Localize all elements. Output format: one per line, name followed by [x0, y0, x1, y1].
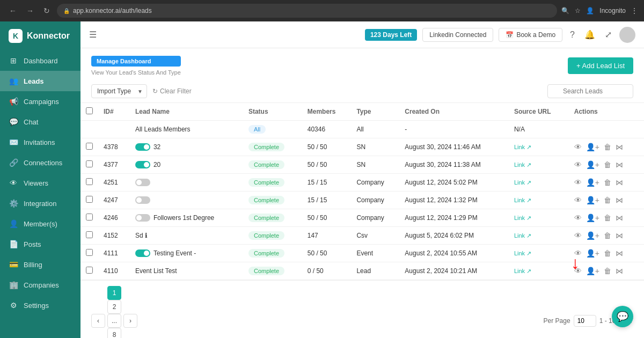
star-icon[interactable]: ☆: [575, 7, 581, 14]
sidebar-item-integration[interactable]: ⚙️Integration: [0, 193, 80, 214]
lead-toggle[interactable]: [135, 161, 150, 168]
delete-icon[interactable]: 🗑: [604, 214, 611, 222]
share-icon[interactable]: ⋈: [616, 231, 623, 240]
delete-icon[interactable]: 🗑: [604, 267, 611, 275]
lead-actions: 👁 👤+ 🗑 ⋈: [569, 245, 644, 262]
delete-icon[interactable]: 🗑: [604, 178, 611, 187]
per-page-select[interactable]: 10 25 50: [574, 315, 596, 327]
search-icon-browser[interactable]: 🔍: [561, 7, 569, 14]
source-link[interactable]: Link ↗: [514, 144, 531, 151]
view-icon[interactable]: 👁: [574, 196, 582, 204]
lead-actions: 👁 👤+ 🗑 ⋈: [569, 227, 644, 245]
sidebar-item-viewers[interactable]: 👁Viewers: [0, 173, 80, 193]
menu-icon[interactable]: ⋮: [631, 7, 638, 14]
add-lead-list-button[interactable]: + Add Lead List: [568, 57, 633, 74]
hamburger-icon[interactable]: ☰: [89, 30, 97, 40]
lead-toggle[interactable]: [135, 214, 150, 222]
add-member-icon[interactable]: 👤+: [586, 214, 599, 222]
delete-icon[interactable]: 🗑: [604, 160, 611, 169]
source-link[interactable]: Link ↗: [514, 232, 531, 239]
sidebar-item-campaigns[interactable]: 📢Campaigns: [0, 91, 80, 112]
source-link[interactable]: Link ↗: [514, 215, 531, 222]
lead-toggle[interactable]: [135, 196, 150, 204]
view-icon[interactable]: 👁: [574, 267, 582, 275]
share-icon[interactable]: ⋈: [616, 160, 623, 169]
linkedin-connected-button[interactable]: Linkedin Connected: [422, 28, 493, 42]
back-button[interactable]: ←: [6, 5, 19, 16]
view-icon[interactable]: 👁: [574, 160, 582, 169]
row-checkbox[interactable]: [86, 231, 93, 238]
share-icon[interactable]: ⋈: [616, 143, 623, 151]
row-checkbox[interactable]: [86, 267, 93, 274]
view-icon[interactable]: 👁: [574, 214, 582, 222]
prev-page-button[interactable]: ‹: [91, 314, 105, 328]
sidebar-item-chat[interactable]: 💬Chat: [0, 112, 80, 132]
forward-button[interactable]: →: [24, 5, 36, 16]
add-member-icon[interactable]: 👤+: [586, 231, 599, 240]
row-checkbox[interactable]: [86, 160, 93, 167]
add-member-icon[interactable]: 👤+: [586, 249, 599, 258]
page-btn-1[interactable]: 1: [107, 286, 121, 300]
sidebar-item-dashboard[interactable]: ⊞Dashboard: [0, 50, 80, 71]
source-link[interactable]: Link ↗: [514, 161, 531, 168]
page-btn-8[interactable]: 8: [107, 328, 121, 338]
sidebar-item-posts[interactable]: 📄Posts: [0, 234, 80, 254]
view-icon[interactable]: 👁: [574, 249, 582, 258]
delete-icon[interactable]: 🗑: [604, 143, 611, 151]
manage-dashboard-tooltip: Manage Dashboard: [91, 56, 181, 67]
expand-icon[interactable]: ⤢: [603, 27, 614, 42]
view-icon[interactable]: 👁: [574, 178, 582, 187]
col-header-6: Created On: [399, 103, 509, 121]
sidebar-item-billing[interactable]: 💳Billing: [0, 254, 80, 275]
source-link[interactable]: Link ↗: [514, 197, 531, 204]
page-btn-2[interactable]: 2: [107, 300, 121, 314]
view-icon[interactable]: 👁: [574, 231, 582, 240]
row-checkbox[interactable]: [86, 143, 93, 150]
sidebar-item-settings[interactable]: ⚙Settings: [0, 295, 80, 315]
delete-icon[interactable]: 🗑: [604, 231, 611, 240]
row-checkbox[interactable]: [86, 196, 93, 203]
lead-toggle[interactable]: [135, 143, 150, 151]
next-page-button[interactable]: ›: [123, 314, 137, 328]
delete-icon[interactable]: 🗑: [604, 196, 611, 204]
source-link[interactable]: Link ↗: [514, 179, 531, 186]
add-member-icon[interactable]: 👤+: [586, 178, 599, 187]
book-demo-button[interactable]: 📅 Book a Demo: [499, 28, 562, 42]
row-checkbox[interactable]: [86, 249, 93, 256]
share-icon[interactable]: ⋈: [616, 267, 623, 275]
share-icon[interactable]: ⋈: [616, 214, 623, 222]
avatar[interactable]: [619, 27, 635, 43]
delete-icon[interactable]: 🗑: [604, 249, 611, 258]
row-checkbox[interactable]: [86, 178, 93, 185]
lead-toggle[interactable]: [135, 249, 150, 257]
sidebar-item-members[interactable]: 👤Member(s): [0, 214, 80, 234]
chat-float-button[interactable]: 💬: [612, 306, 633, 327]
sidebar-item-leads[interactable]: 👥Leads: [0, 71, 80, 91]
source-link[interactable]: Link ↗: [514, 250, 531, 257]
add-member-icon[interactable]: 👤+: [586, 143, 599, 151]
sidebar-item-connections[interactable]: 🔗Connections: [0, 152, 80, 173]
search-input[interactable]: [547, 84, 633, 98]
logo-icon: K: [9, 29, 23, 43]
status-badge: Complete: [248, 196, 284, 204]
sidebar-item-invitations[interactable]: ✉️Invitations: [0, 132, 80, 152]
page-btn-...[interactable]: ...: [107, 314, 121, 328]
sidebar-item-companies[interactable]: 🏢Companies: [0, 275, 80, 295]
share-icon[interactable]: ⋈: [616, 196, 623, 204]
row-checkbox[interactable]: [86, 214, 93, 221]
add-member-icon[interactable]: 👤+: [586, 196, 599, 204]
view-icon[interactable]: 👁: [574, 143, 582, 151]
lead-type: Company: [351, 174, 399, 192]
lead-toggle[interactable]: [135, 179, 150, 186]
source-link[interactable]: Link ↗: [514, 268, 531, 275]
refresh-button[interactable]: ↻: [41, 5, 53, 16]
notification-icon[interactable]: 🔔: [582, 27, 597, 42]
clear-filter-button[interactable]: ↻ Clear Filter: [152, 87, 192, 95]
add-member-icon[interactable]: 👤+: [586, 267, 599, 275]
share-icon[interactable]: ⋈: [616, 178, 623, 187]
select-all-checkbox[interactable]: [86, 107, 93, 114]
add-member-icon[interactable]: 👤+: [586, 160, 599, 169]
help-icon[interactable]: ?: [568, 28, 577, 42]
share-icon[interactable]: ⋈: [616, 249, 623, 258]
import-type-select[interactable]: Import Type: [91, 84, 147, 98]
